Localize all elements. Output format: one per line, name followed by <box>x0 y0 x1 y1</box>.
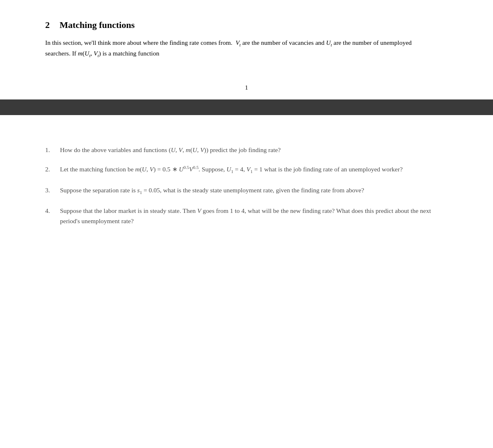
question-number-2: 2. <box>45 164 60 175</box>
question-number-4: 4. <box>45 206 60 216</box>
question-number-1: 1. <box>45 145 60 155</box>
question-item-3: 3. Suppose the separation rate is s1 = 0… <box>45 185 448 196</box>
question-text-3: Suppose the separation rate is s1 = 0.05… <box>60 185 448 196</box>
dark-divider-bar <box>0 99 493 115</box>
question-text-2: Let the matching function be m(U, V) = 0… <box>60 164 448 176</box>
section-header: 2 Matching functions <box>45 20 448 30</box>
question-text-1: How do the above variables and functions… <box>60 145 448 155</box>
question-text-4: Suppose that the labor market is in stea… <box>60 206 448 226</box>
page-top-section: 2 Matching functions In this section, we… <box>0 0 493 99</box>
question-item-4: 4. Suppose that the labor market is in s… <box>45 206 448 226</box>
section-title: Matching functions <box>60 20 135 30</box>
intro-paragraph: In this section, we'll think more about … <box>45 38 423 60</box>
page-number: 1 <box>45 60 448 99</box>
question-number-3: 3. <box>45 185 60 196</box>
page-bottom-section: 1. How do the above variables and functi… <box>0 145 493 255</box>
question-item-1: 1. How do the above variables and functi… <box>45 145 448 155</box>
questions-list: 1. How do the above variables and functi… <box>45 145 448 226</box>
section-number: 2 <box>45 20 50 30</box>
question-item-2: 2. Let the matching function be m(U, V) … <box>45 164 448 176</box>
